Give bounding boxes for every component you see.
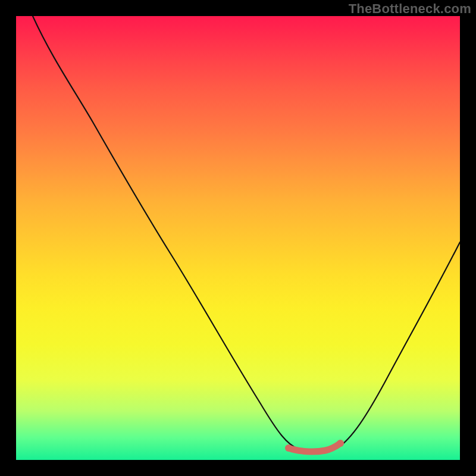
curve-layer bbox=[16, 16, 460, 460]
plot-area bbox=[16, 16, 460, 460]
marker-start-dot bbox=[285, 444, 292, 452]
marker-end-dot bbox=[337, 440, 344, 447]
watermark-text: TheBottleneck.com bbox=[349, 1, 471, 17]
chart-stage: TheBottleneck.com bbox=[0, 0, 476, 476]
bottleneck-curve bbox=[33, 16, 460, 452]
optimal-range-marker bbox=[289, 443, 340, 452]
